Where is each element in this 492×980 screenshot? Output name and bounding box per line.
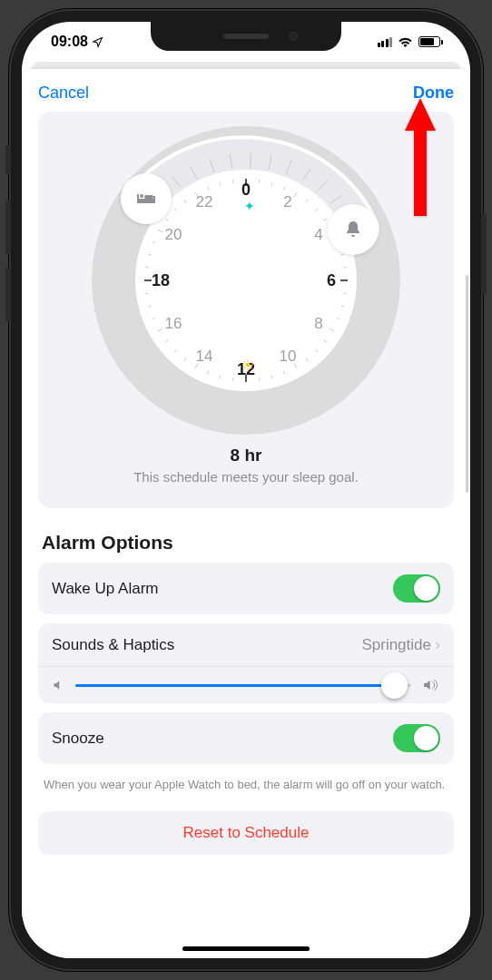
bell-icon — [344, 220, 362, 240]
svg-line-45 — [148, 306, 152, 307]
home-indicator[interactable] — [182, 946, 310, 951]
phone-frame: 09:08 Cancel Done — [9, 9, 483, 971]
svg-line-28 — [324, 340, 327, 342]
dial-hour-2: 2 — [283, 193, 291, 211]
dial-hour-14: 14 — [196, 348, 213, 366]
alarm-options-title: Alarm Options — [42, 532, 454, 554]
content: 0 2 4 6 8 10 12 14 16 18 20 22 ✦ — [22, 112, 470, 958]
svg-line-44 — [153, 318, 156, 319]
sounds-haptics-row[interactable]: Sounds & Haptics Springtide › — [38, 623, 454, 667]
svg-line-32 — [283, 371, 285, 375]
svg-line-50 — [153, 241, 156, 243]
svg-line-42 — [165, 340, 168, 342]
sparkle-icon: ✦ — [244, 199, 255, 213]
svg-line-43 — [158, 328, 162, 331]
watch-footnote: When you wear your Apple Watch to bed, t… — [38, 773, 454, 793]
volume-slider-row — [38, 667, 454, 703]
bed-icon — [135, 191, 157, 207]
snooze-label: Snooze — [52, 730, 104, 748]
svg-line-37 — [220, 375, 221, 378]
svg-line-18 — [324, 219, 327, 220]
svg-line-27 — [330, 328, 334, 331]
power-button — [481, 213, 487, 295]
silent-switch — [5, 145, 11, 174]
svg-line-15 — [294, 192, 297, 197]
svg-line-29 — [315, 349, 318, 352]
notch — [151, 22, 341, 51]
svg-line-22 — [343, 267, 347, 268]
sounds-haptics-value: Springtide — [361, 636, 431, 654]
svg-line-48 — [145, 267, 149, 268]
scroll-indicator[interactable] — [466, 275, 468, 493]
svg-rect-71 — [153, 196, 155, 203]
snooze-toggle[interactable] — [393, 724, 440, 752]
speaker-high-icon — [422, 678, 440, 692]
svg-line-40 — [184, 358, 186, 361]
svg-line-49 — [148, 254, 152, 255]
sounds-haptics-label: Sounds & Haptics — [52, 636, 174, 654]
svg-line-58 — [232, 180, 233, 183]
volume-slider[interactable] — [75, 684, 393, 687]
svg-line-67 — [244, 368, 245, 368]
svg-line-14 — [283, 187, 285, 191]
svg-line-34 — [259, 377, 260, 381]
screen: 09:08 Cancel Done — [22, 22, 470, 958]
svg-line-52 — [165, 219, 168, 220]
svg-rect-73 — [144, 195, 153, 199]
svg-line-41 — [174, 349, 177, 352]
sleep-dial[interactable]: 0 2 4 6 8 10 12 14 16 18 20 22 ✦ — [92, 126, 400, 435]
dial-hour-22: 22 — [196, 193, 213, 211]
wake-up-alarm-toggle[interactable] — [393, 574, 440, 603]
svg-line-21 — [340, 254, 344, 255]
svg-line-12 — [259, 180, 260, 183]
svg-line-13 — [271, 182, 272, 186]
sleep-goal-text: This schedule meets your sleep goal. — [38, 469, 454, 485]
wakeup-handle[interactable] — [328, 204, 379, 255]
dial-hour-20: 20 — [165, 226, 182, 244]
speaker-low-icon — [52, 679, 64, 691]
dial-hour-6: 6 — [327, 271, 336, 290]
svg-line-56 — [207, 187, 209, 191]
wifi-icon — [398, 36, 413, 48]
dial-hour-4: 4 — [314, 226, 322, 244]
svg-line-46 — [145, 293, 149, 294]
snooze-row: Snooze — [38, 712, 454, 764]
dial-hour-8: 8 — [314, 315, 322, 333]
dial-hour-16: 16 — [165, 315, 182, 333]
dial-hour-0: 0 — [241, 181, 251, 200]
status-time: 09:08 — [51, 34, 88, 50]
sleep-duration: 8 hr — [38, 446, 454, 466]
svg-line-57 — [220, 182, 221, 186]
svg-line-26 — [337, 318, 340, 319]
svg-line-17 — [315, 209, 318, 211]
svg-rect-69 — [137, 199, 155, 203]
signal-icon — [378, 37, 393, 47]
location-icon — [92, 36, 103, 48]
chevron-right-icon: › — [435, 635, 440, 654]
volume-up-button — [5, 200, 11, 254]
svg-line-38 — [207, 371, 209, 375]
annotation-arrow — [401, 98, 439, 216]
svg-line-53 — [174, 209, 177, 211]
svg-point-60 — [246, 363, 251, 368]
volume-down-button — [5, 268, 11, 322]
battery-icon — [418, 36, 443, 47]
svg-line-66 — [251, 368, 251, 368]
svg-line-36 — [232, 377, 233, 381]
cancel-button[interactable]: Cancel — [38, 83, 89, 103]
svg-rect-70 — [137, 194, 139, 203]
sounds-group: Sounds & Haptics Springtide › — [38, 623, 454, 703]
wake-up-alarm-row: Wake Up Alarm — [38, 563, 454, 614]
sun-icon — [241, 358, 254, 371]
sleep-dial-card: 0 2 4 6 8 10 12 14 16 18 20 22 ✦ — [38, 112, 454, 508]
svg-line-30 — [306, 358, 308, 361]
svg-line-16 — [306, 200, 308, 202]
bedtime-handle[interactable] — [121, 173, 172, 224]
svg-line-25 — [340, 306, 344, 307]
dial-hour-18: 18 — [152, 271, 170, 290]
svg-point-72 — [140, 194, 143, 198]
svg-line-51 — [158, 230, 162, 232]
svg-line-24 — [343, 293, 347, 294]
svg-line-65 — [244, 361, 245, 362]
reset-to-schedule-button[interactable]: Reset to Schedule — [38, 811, 454, 855]
